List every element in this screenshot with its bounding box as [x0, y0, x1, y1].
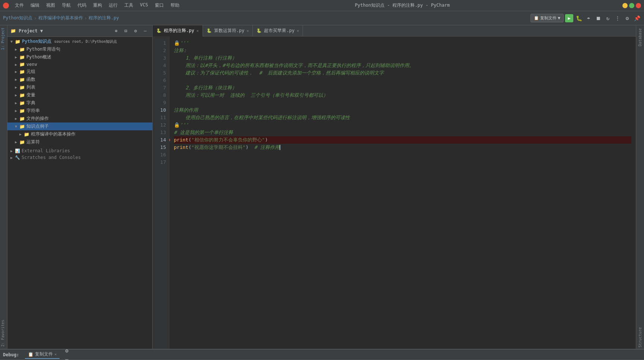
project-collapse-button[interactable]: ⊟: [122, 27, 130, 35]
copy-file-button[interactable]: 📋 复制文件 ▼: [530, 14, 564, 22]
debug-file-tab[interactable]: 📋 复制文件 ✕: [25, 350, 60, 359]
line-num-9: 9: [154, 99, 166, 106]
copy-dropdown-icon: ▼: [558, 16, 560, 20]
tree-item-4[interactable]: ▶ 📁 函数: [7, 76, 152, 83]
breadcrumb-mid[interactable]: 程序编译中的基本操作: [38, 15, 83, 21]
menu-run[interactable]: 运行: [106, 1, 121, 9]
tab-1[interactable]: 🐍 算数运算符.py ✕: [203, 25, 253, 36]
menu-window[interactable]: 窗口: [152, 1, 167, 9]
line-num-8: 8: [154, 92, 166, 99]
tree-item-0[interactable]: ▶ 📁 Python常用语句: [7, 45, 152, 53]
tab-close-0[interactable]: ✕: [197, 29, 199, 33]
code-paren-15: (: [188, 144, 191, 151]
debug-minimize-btn[interactable]: —: [63, 355, 71, 360]
arrow-icon: ▼: [10, 39, 15, 44]
tree-item-2[interactable]: ▶ 📁 venv: [7, 61, 152, 68]
code-keyword-15: print: [174, 144, 188, 151]
tree-item-3[interactable]: ▶ 📁 元组: [7, 68, 152, 76]
tree-item-1[interactable]: ▶ 📁 Python概述: [7, 53, 152, 61]
editor-tabs: 🐍 程序的注释.py ✕ 🐍 算数运算符.py ✕ 🐍 超市买苹果.py ✕: [153, 25, 636, 36]
arrow-icon: ▶: [15, 109, 19, 113]
more-button[interactable]: ⋮: [613, 14, 622, 22]
folder-icon: 📁: [19, 140, 25, 145]
menu-tools[interactable]: 工具: [121, 1, 136, 9]
project-panel-label[interactable]: 1: Project: [0, 25, 7, 52]
main-area: 1: Project 2: Favorites 📁 Project ▼ ⊕ ⊟ …: [0, 25, 644, 349]
close-button[interactable]: [636, 3, 641, 8]
menu-refactor[interactable]: 重构: [90, 1, 105, 9]
project-minimize-button[interactable]: —: [141, 27, 149, 35]
project-locate-button[interactable]: ⊕: [112, 27, 120, 35]
debug-settings-btn[interactable]: ⚙: [63, 347, 71, 355]
tab-2[interactable]: 🐍 超市买苹果.py ✕: [253, 25, 303, 36]
tree-item-external[interactable]: ▶ 📊 External Libraries: [7, 147, 152, 154]
menu-code[interactable]: 代码: [74, 1, 89, 9]
code-paren2-14: ): [265, 136, 268, 144]
menu-file[interactable]: 文件: [12, 1, 27, 9]
tree-item-9[interactable]: ▶ 📁 文件的操作: [7, 115, 152, 122]
arrow-icon: ▶: [19, 132, 24, 136]
tab-icon-2: 🐍: [256, 28, 262, 33]
project-panel: 📁 Project ▼ ⊕ ⊟ ⚙ — ▼ 📁 Python知识点 source…: [7, 25, 153, 349]
line-num-11: 11: [154, 114, 166, 121]
tab-label-0: 程序的注释.py: [164, 28, 194, 34]
code-line-9: [174, 99, 631, 106]
debug-file-close[interactable]: ✕: [54, 352, 57, 356]
scratches-icon: 🔧: [15, 155, 20, 160]
project-settings-button[interactable]: ⚙: [131, 27, 140, 35]
debug-run-button[interactable]: 🐛: [575, 14, 583, 22]
maximize-button[interactable]: [629, 3, 634, 8]
tree-item-root[interactable]: ▼ 📁 Python知识点 sources root, D:\Python知识点: [7, 38, 152, 45]
breadcrumb-root[interactable]: Python知识点: [3, 15, 32, 21]
tree-item-6[interactable]: ▶ 📁 变量: [7, 91, 152, 99]
menu-vcs[interactable]: VCS: [137, 1, 151, 9]
code-line-2: 注释:: [174, 47, 631, 54]
line-num-10: 10: [154, 106, 166, 114]
settings-button[interactable]: ⚙: [623, 14, 631, 22]
arrow-icon: ▶: [15, 117, 19, 121]
tab-close-1[interactable]: ✕: [246, 29, 249, 33]
run-coverage-button[interactable]: ☂: [584, 14, 593, 22]
code-line-11: 使用自己熟悉的语言，在程序中对某些代码进行标注说明，增强程序的可读性: [174, 114, 631, 121]
menu-help[interactable]: 帮助: [168, 1, 182, 9]
tree-item-7[interactable]: ▶ 📁 字典: [7, 99, 152, 107]
tree-item-8[interactable]: ▶ 📁 字符串: [7, 107, 152, 115]
project-panel-controls: ⊕ ⊟ ⚙ —: [112, 27, 149, 35]
menu-navigate[interactable]: 导航: [59, 1, 74, 9]
code-line-14: print("相信你的努力不会辜负你的野心"): [174, 136, 631, 144]
folder-icon: 📁: [19, 62, 25, 67]
tree-item-scratches[interactable]: ▶ 🔧 Scratches and Consoles: [7, 154, 152, 161]
tab-label-2: 超市买苹果.py: [264, 28, 294, 34]
pin-button[interactable]: 📌: [633, 14, 641, 22]
code-paren-14: (: [188, 136, 191, 144]
debug-header: Debug: 📋 复制文件 ✕ ⚙ —: [0, 350, 644, 360]
tab-close-2[interactable]: ✕: [297, 29, 299, 33]
code-editor[interactable]: 1 2 3 4 5 6 7 8 9 10 11 12 13 14 15 16 1…: [153, 36, 636, 349]
tree-item-label-8: 字符串: [26, 108, 40, 114]
tree-item-10[interactable]: ▼ 📁 知识点例子: [7, 122, 152, 130]
menu-edit[interactable]: 编辑: [28, 1, 42, 9]
minimize-button[interactable]: [622, 3, 628, 8]
favorites-panel-label[interactable]: 2: Favorites: [0, 318, 7, 349]
arrow-icon: ▶: [15, 93, 19, 97]
tab-icon-0: 🐍: [156, 28, 162, 33]
code-content[interactable]: 🔒''' 注释: 1、单行注释（行注释） 用法：以#开头，#号右边的所有东西都被…: [169, 36, 636, 349]
code-paren2-15: ): [246, 144, 254, 151]
arrow-icon: ▶: [15, 85, 19, 89]
project-panel-title: 📁 Project ▼: [10, 28, 43, 34]
stop-button[interactable]: ⏹: [594, 14, 602, 22]
left-panel-labels: 1: Project 2: Favorites: [0, 25, 7, 349]
tree-item-11[interactable]: ▶ 📁 程序编译中的基本操作: [7, 130, 152, 138]
right-sidebar-structure[interactable]: Structure: [637, 326, 643, 349]
tree-item-5[interactable]: ▶ 📁 列表: [7, 83, 152, 91]
right-sidebar-database[interactable]: Database: [637, 27, 643, 48]
tree-item-12[interactable]: ▶ 📁 运算符: [7, 138, 152, 146]
copy-file-icon: 📋: [534, 16, 539, 20]
run-button[interactable]: ▶: [565, 14, 573, 22]
code-keyword-14: print: [174, 136, 188, 144]
breadcrumb-current[interactable]: 程序的注释.py: [89, 15, 119, 21]
reload-button[interactable]: ↻: [604, 14, 612, 22]
folder-icon: 📁: [19, 55, 25, 60]
tab-0[interactable]: 🐍 程序的注释.py ✕: [153, 25, 203, 36]
menu-view[interactable]: 视图: [43, 1, 58, 9]
